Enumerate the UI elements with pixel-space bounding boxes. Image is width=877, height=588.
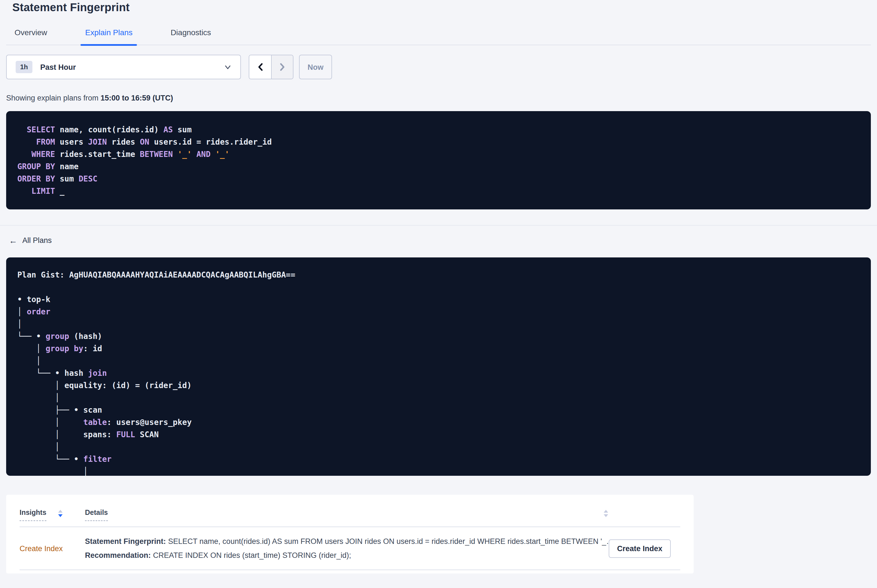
insights-table-header: Insights Details [20,495,680,527]
previous-interval-button[interactable] [249,55,271,79]
tab-overview[interactable]: Overview [14,28,48,45]
create-index-link[interactable]: Create Index [20,544,85,552]
tab-diagnostics[interactable]: Diagnostics [169,28,212,45]
chevron-down-icon [224,63,232,70]
details-header-label[interactable]: Details [85,509,108,521]
recommendation-line: Recommendation:CREATE INDEX ON rides (st… [85,548,609,562]
details-cell: Statement Fingerprint:SELECT name, count… [85,534,609,562]
column-header-insights: Insights [20,509,85,521]
create-index-button[interactable]: Create Index [609,539,671,558]
insights-header-label[interactable]: Insights [20,509,47,521]
recommendation-label: Recommendation: [85,551,151,560]
statement-fingerprint-page: Statement Fingerprint Overview Explain P… [0,0,877,588]
recommendation-text: CREATE INDEX ON rides (start_time) STORI… [153,551,351,560]
plan-gist-box: Plan Gist: AgHUAQIABQAAAAHYAQIAiAEAAAADC… [6,257,871,476]
next-interval-button[interactable] [271,55,293,79]
summary-time-range: 15:00 to 16:59 (UTC) [101,94,173,102]
chevron-right-icon [278,63,286,72]
time-controls: 1h Past Hour Now [6,55,871,79]
column-header-details: Details [85,509,609,521]
summary-prefix: Showing explain plans from [6,94,101,102]
time-range-label: Past Hour [40,63,76,71]
statement-sql-box: SELECT name, count(rides.id) AS sum FROM… [6,111,871,209]
section-divider [0,225,877,226]
all-plans-link[interactable]: ← All Plans [9,236,52,244]
statement-fingerprint-label: Statement Fingerprint: [85,537,166,546]
statement-fingerprint-line: Statement Fingerprint:SELECT name, count… [85,534,609,548]
arrow-left-icon: ← [9,236,17,244]
tab-bar: Overview Explain Plans Diagnostics [6,28,871,45]
insights-table: Insights Details Create Index [6,495,693,573]
chevron-left-icon [256,63,264,72]
tab-explain-plans[interactable]: Explain Plans [84,28,134,45]
all-plans-label: All Plans [23,236,52,244]
sort-icon-insights[interactable] [57,509,63,519]
time-range-badge: 1h [16,61,32,73]
time-step-buttons [249,55,293,79]
page-title: Statement Fingerprint [12,0,871,14]
time-range-select[interactable]: 1h Past Hour [6,55,241,79]
now-button[interactable]: Now [299,55,332,79]
table-row: Create Index Statement Fingerprint:SELEC… [20,527,680,570]
statement-fingerprint-text: SELECT name, count(rides.id) AS sum FROM… [168,537,609,546]
showing-plans-summary: Showing explain plans from 15:00 to 16:5… [6,94,871,102]
sort-icon-details[interactable] [603,509,609,519]
